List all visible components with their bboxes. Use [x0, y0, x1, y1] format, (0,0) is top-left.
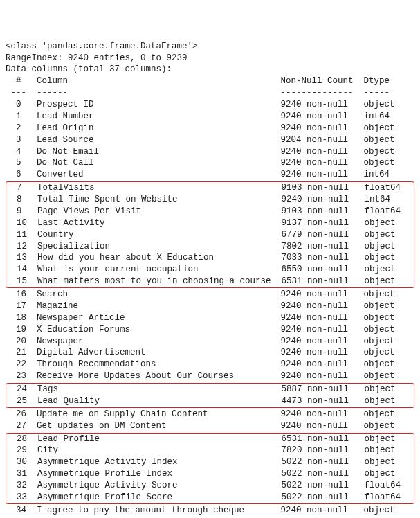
- table-row: 0 Prospect ID 9240 non-null object: [6, 99, 414, 111]
- table-row: 33 Asymmetrique Profile Score 5022 non-n…: [6, 492, 414, 503]
- table-row: 17 Magazine 9240 non-null object: [6, 301, 414, 312]
- table-row: 18 Newspaper Article 9240 non-null objec…: [6, 312, 414, 324]
- table-row: 21 Digital Advertisement 9240 non-null o…: [6, 347, 414, 359]
- table-row: 22 Through Recommendations 9240 non-null…: [6, 359, 414, 370]
- table-row: 32 Asymmetrique Activity Score 5022 non-…: [6, 480, 414, 492]
- table-row: 10 Last Activity 9137 non-null object: [6, 217, 414, 229]
- table-row: 27 Get updates on DM Content 9240 non-nu…: [6, 420, 414, 432]
- row-group: 26 Update me on Supply Chain Content 924…: [6, 409, 414, 432]
- row-group: 0 Prospect ID 9240 non-null object 1 Lea…: [6, 99, 414, 181]
- datacols-line: Data columns (total 37 columns):: [6, 64, 414, 75]
- table-row: 26 Update me on Supply Chain Content 924…: [6, 409, 414, 420]
- table-row: 6 Converted 9240 non-null int64: [6, 169, 414, 181]
- highlight-group: 28 Lead Profile 6531 non-null object 29 …: [6, 433, 414, 504]
- table-row: 13 How did you hear about X Education 70…: [6, 252, 414, 264]
- table-row: 15 What matters most to you in choosing …: [6, 276, 414, 287]
- table-row: 34 I agree to pay the amount through che…: [6, 505, 414, 517]
- table-row: 11 Country 6779 non-null object: [6, 229, 414, 241]
- table-row: 24 Tags 5887 non-null object: [6, 384, 414, 395]
- table-row: 14 What is your current occupation 6550 …: [6, 264, 414, 276]
- highlight-group: 24 Tags 5887 non-null object 25 Lead Qua…: [6, 383, 414, 408]
- table-row: 2 Lead Origin 9240 non-null object: [6, 123, 414, 134]
- table-row: 9 Page Views Per Visit 9103 non-null flo…: [6, 206, 414, 217]
- table-row: 4 Do Not Email 9240 non-null object: [6, 146, 414, 158]
- table-row: 30 Asymmetrique Activity Index 5022 non-…: [6, 456, 414, 468]
- row-group: 16 Search 9240 non-null object 17 Magazi…: [6, 289, 414, 382]
- rangeindex-line: RangeIndex: 9240 entries, 0 to 9239: [6, 53, 414, 64]
- pandas-info-output: <class 'pandas.core.frame.DataFrame'>Ran…: [6, 41, 414, 518]
- table-row: 25 Lead Quality 4473 non-null object: [6, 395, 414, 407]
- table-row: 12 Specialization 7802 non-null object: [6, 241, 414, 253]
- table-row: 16 Search 9240 non-null object: [6, 289, 414, 301]
- table-row: 19 X Education Forums 9240 non-null obje…: [6, 324, 414, 336]
- separator-row: --- ------ -------------- -----: [6, 87, 414, 99]
- header-row: # Column Non-Null Count Dtype: [6, 75, 414, 87]
- table-row: 8 Total Time Spent on Website 9240 non-n…: [6, 194, 414, 206]
- table-row: 7 TotalVisits 9103 non-null float64: [6, 182, 414, 194]
- table-row: 31 Asymmetrique Profile Index 5022 non-n…: [6, 468, 414, 480]
- table-row: 29 City 7820 non-null object: [6, 445, 414, 456]
- table-row: 28 Lead Profile 6531 non-null object: [6, 434, 414, 445]
- table-row: 1 Lead Number 9240 non-null int64: [6, 111, 414, 123]
- table-row: 23 Receive More Updates About Our Course…: [6, 370, 414, 382]
- table-row: 20 Newspaper 9240 non-null object: [6, 336, 414, 348]
- class-line: <class 'pandas.core.frame.DataFrame'>: [6, 41, 414, 53]
- table-row: 3 Lead Source 9204 non-null object: [6, 134, 414, 146]
- table-row: 5 Do Not Call 9240 non-null object: [6, 157, 414, 169]
- highlight-group: 7 TotalVisits 9103 non-null float64 8 To…: [6, 181, 414, 288]
- row-group: 34 I agree to pay the amount through che…: [6, 505, 414, 518]
